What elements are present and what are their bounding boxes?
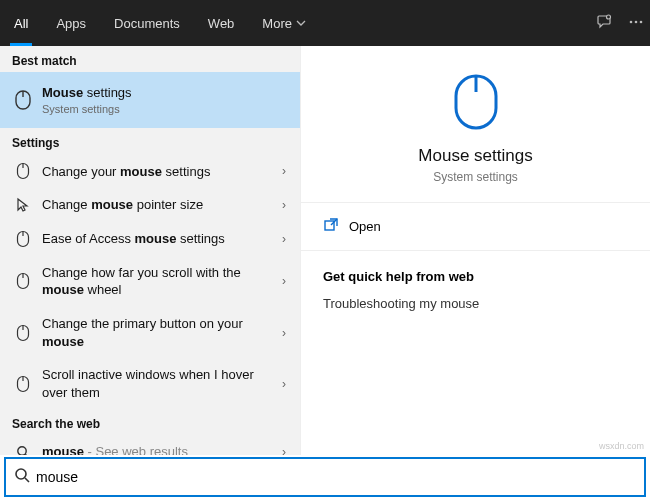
tab-label: Web [208,16,235,31]
svg-point-1 [630,20,633,23]
best-match-header: Best match [0,46,300,72]
tab-web[interactable]: Web [194,0,249,46]
tab-label: Apps [56,16,86,31]
result-text: mouse - See web results [34,443,282,455]
tab-documents[interactable]: Documents [100,0,194,46]
mouse-icon [12,375,34,393]
settings-result[interactable]: Scroll inactive windows when I hover ove… [0,358,300,409]
settings-result[interactable]: Change how far you scroll with the mouse… [0,256,300,307]
result-text: Mouse settings System settings [34,84,288,116]
result-text: Change how far you scroll with the mouse… [34,264,282,299]
preview-subtitle: System settings [311,170,640,184]
result-text: Scroll inactive windows when I hover ove… [34,366,282,401]
mouse-icon [12,89,34,111]
cursor-icon [12,197,34,213]
chevron-right-icon: › [282,198,288,212]
result-text: Change mouse pointer size [34,196,282,214]
ellipsis-icon[interactable] [628,14,644,33]
mouse-icon [12,324,34,342]
svg-point-3 [640,20,643,23]
svg-point-0 [607,15,611,19]
search-web-header: Search the web [0,409,300,435]
chevron-right-icon: › [282,164,288,178]
tab-label: All [14,16,28,31]
chevron-right-icon: › [282,377,288,391]
results-panel: Best match Mouse settings System setting… [0,46,300,455]
tab-label: More [262,16,292,31]
main-area: Best match Mouse settings System setting… [0,46,650,455]
open-icon [323,217,339,236]
preview-panel: Mouse settings System settings Open Get … [300,46,650,455]
mouse-icon [12,230,34,248]
watermark: wsxdn.com [599,441,644,451]
result-text: Ease of Access mouse settings [34,230,282,248]
settings-result[interactable]: Ease of Access mouse settings › [0,222,300,256]
tab-strip: All Apps Documents Web More [0,0,320,46]
settings-result[interactable]: Change the primary button on your mouse … [0,307,300,358]
chevron-right-icon: › [282,274,288,288]
mouse-icon [12,162,34,180]
preview-title: Mouse settings [311,146,640,166]
result-subtitle: System settings [42,102,280,117]
svg-point-16 [18,447,26,455]
chevron-down-icon [296,18,306,28]
svg-line-23 [25,478,29,482]
search-input[interactable] [36,469,636,485]
svg-point-22 [16,469,26,479]
result-text: Change the primary button on your mouse [34,315,282,350]
settings-result[interactable]: Change your mouse settings › [0,154,300,188]
tab-label: Documents [114,16,180,31]
best-match-result[interactable]: Mouse settings System settings [0,72,300,128]
tab-all[interactable]: All [0,0,42,46]
svg-line-17 [25,454,29,455]
svg-point-2 [635,20,638,23]
settings-header: Settings [0,128,300,154]
search-bar[interactable] [4,457,646,497]
chevron-right-icon: › [282,326,288,340]
top-tab-bar: All Apps Documents Web More [0,0,650,46]
search-icon [14,467,30,487]
tab-apps[interactable]: Apps [42,0,100,46]
chevron-right-icon: › [282,232,288,246]
feedback-icon[interactable] [596,13,614,34]
mouse-large-icon [311,72,640,132]
open-label: Open [349,219,381,234]
result-text: Change your mouse settings [34,163,282,181]
svg-rect-20 [325,221,334,230]
help-item[interactable]: Troubleshooting my mouse [323,296,628,311]
chevron-right-icon: › [282,445,288,455]
help-title: Get quick help from web [323,269,628,284]
mouse-icon [12,272,34,290]
tab-more[interactable]: More [248,0,320,46]
search-icon [12,445,34,455]
settings-result[interactable]: Change mouse pointer size › [0,188,300,222]
open-action[interactable]: Open [301,202,650,251]
web-result[interactable]: mouse - See web results › [0,435,300,455]
